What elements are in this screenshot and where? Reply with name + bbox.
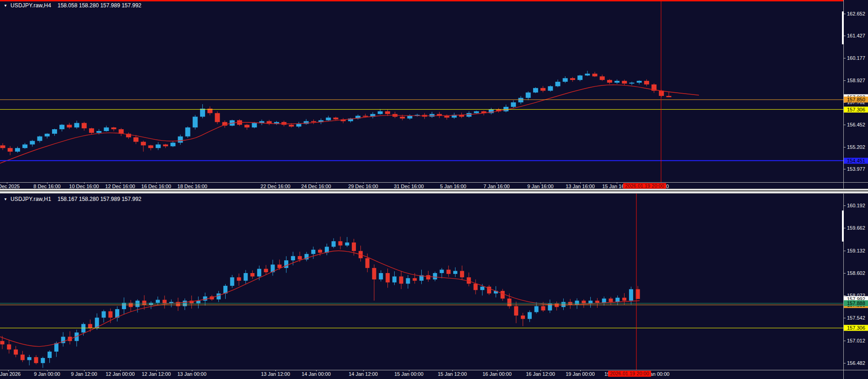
price-tick-mark (844, 205, 846, 206)
cursor-time-badge: 2026.01.19 20:00 (608, 371, 651, 377)
time-tick-label: 14 Jan 12:00 (349, 371, 378, 377)
price-tick-label: 156.452 (847, 122, 865, 127)
ohlc-readout: 158.167 158.280 157.989 157.992 (58, 196, 142, 202)
time-tick-label: 9 Jan 12:00 (71, 371, 97, 377)
moving-average-line[interactable] (0, 251, 640, 346)
time-tick-label: 15 Jan 00:00 (394, 371, 423, 377)
price-tick-label: 158.602 (847, 270, 865, 276)
price-tick-mark (844, 125, 846, 125)
collapse-arrow-icon[interactable]: ▼ (4, 197, 7, 201)
price-tick-mark (844, 14, 846, 14)
time-tick-label: 13 Jan 12:00 (261, 371, 290, 377)
price-tick-mark (844, 318, 846, 318)
price-tick-mark (844, 36, 846, 36)
time-tick-label: 9 Jan 00:00 (34, 371, 60, 377)
h4-candlestick-plot[interactable] (0, 0, 843, 189)
price-level-badge: 157.888 (844, 300, 868, 306)
price-tick-mark (844, 147, 846, 147)
price-tick-mark (844, 251, 846, 251)
price-tick-mark (844, 169, 846, 169)
price-tick-mark (844, 80, 846, 81)
time-tick-label: 14 Jan 00:00 (302, 371, 331, 377)
price-tick-label: 162.652 (847, 11, 865, 16)
price-tick-label: 159.662 (847, 225, 865, 231)
time-tick-label: 16 Jan 12:00 (526, 371, 555, 377)
price-tick-label: 157.012 (847, 338, 865, 343)
ohlc-readout: 158.058 158.280 157.989 157.992 (58, 2, 142, 9)
price-tick-mark (844, 58, 846, 58)
price-level-badge: 157.306 (844, 325, 868, 331)
price-tick-label: 161.427 (847, 33, 865, 38)
price-range-indicator[interactable] (842, 211, 844, 242)
candles (0, 237, 640, 368)
time-tick-label: 16 Jan 00:00 (482, 371, 512, 377)
price-tick-label: 155.202 (847, 144, 865, 150)
price-tick-mark (844, 363, 846, 363)
price-tick-label: 156.482 (847, 360, 865, 366)
time-tick-label: 15 Jan 12:00 (438, 371, 467, 377)
price-range-indicator[interactable] (842, 11, 844, 44)
time-axis-h1[interactable]: 8 Jan 20269 Jan 00:009 Jan 12:0012 Jan 0… (0, 370, 868, 379)
chart-panel-h4: ▼ USDJPY.raw,H4 158.058 158.280 157.989 … (0, 0, 868, 189)
price-tick-label: 153.977 (847, 166, 865, 172)
price-tick-label: 158.927 (847, 78, 865, 83)
chart-title-h1: ▼ USDJPY.raw,H1 158.167 158.280 157.989 … (4, 196, 142, 202)
price-axis-h4[interactable]: 162.652161.427160.177158.927157.702156.4… (844, 0, 868, 182)
h1-candlestick-plot[interactable] (0, 194, 843, 370)
price-level-badge: 157.306 (844, 106, 868, 112)
time-tick-label: an 00:00 (650, 371, 670, 377)
price-tick-label: 160.192 (847, 203, 865, 208)
time-tick-label: 12 Jan 00:00 (106, 371, 135, 377)
moving-average-line[interactable] (0, 85, 699, 163)
panel-splitter[interactable] (0, 189, 868, 194)
time-tick-label: 13 Jan 00:00 (177, 371, 206, 377)
price-tick-mark (844, 341, 846, 341)
price-axis-h1[interactable]: 160.192159.662159.132158.602158.072157.5… (844, 194, 868, 370)
price-level-badge: 154.451 (844, 158, 868, 163)
candles (0, 71, 672, 155)
collapse-arrow-icon[interactable]: ▼ (4, 4, 7, 8)
time-tick-label: 12 Jan 12:00 (142, 371, 171, 377)
mt4-terminal-window: { "panels": [ { "symbol": "USDJPY.raw,H4… (0, 0, 868, 379)
price-tick-label: 160.177 (847, 55, 865, 61)
price-level-badge: 157.850 (844, 97, 868, 103)
time-tick-label: 8 Jan 2026 (0, 371, 21, 377)
chart-panel-h1: ▼ USDJPY.raw,H1 158.167 158.280 157.989 … (0, 194, 868, 379)
price-tick-mark (844, 273, 846, 274)
symbol-label: USDJPY.raw,H4 (11, 2, 51, 9)
time-tick-label: 19 Jan 00:00 (566, 371, 595, 377)
price-tick-label: 157.542 (847, 315, 865, 321)
symbol-label: USDJPY.raw,H1 (11, 196, 51, 202)
chart-title-h4: ▼ USDJPY.raw,H4 158.058 158.280 157.989 … (4, 2, 142, 9)
red-horizontal-line[interactable] (0, 0, 843, 1)
price-tick-label: 159.132 (847, 248, 865, 253)
time-axis-h4[interactable]: 4 Dec 20258 Dec 16:0010 Dec 16:0012 Dec … (0, 182, 868, 189)
price-tick-mark (844, 228, 846, 228)
